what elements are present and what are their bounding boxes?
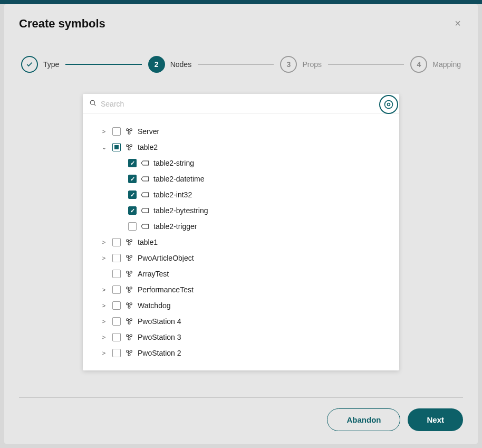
object-icon <box>125 238 133 246</box>
node-label: table2-bytestring <box>153 206 208 215</box>
tree-row[interactable]: >table2-trigger <box>89 218 393 234</box>
tag-icon <box>141 207 149 214</box>
svg-point-30 <box>128 274 130 277</box>
svg-line-50 <box>130 320 130 322</box>
checkbox[interactable] <box>128 222 137 231</box>
object-icon <box>125 254 133 262</box>
tree-row[interactable]: >Server <box>89 123 393 139</box>
svg-point-0 <box>90 100 94 104</box>
abandon-button[interactable]: Abandon <box>327 408 400 431</box>
tree-row[interactable]: >table2-datetime <box>89 171 393 187</box>
chevron-down-icon[interactable]: ⌄ <box>100 144 108 151</box>
svg-line-62 <box>130 352 130 354</box>
svg-point-24 <box>128 259 130 261</box>
node-label: Watchdog <box>138 301 171 310</box>
chevron-right-icon[interactable]: > <box>100 334 108 340</box>
svg-point-36 <box>128 290 130 292</box>
svg-line-13 <box>128 146 129 148</box>
step-nodes-circle: 2 <box>148 56 165 73</box>
checkbox[interactable] <box>112 333 121 341</box>
checkbox[interactable] <box>112 349 121 357</box>
checkbox[interactable] <box>112 143 121 151</box>
chevron-right-icon[interactable]: > <box>100 287 108 293</box>
step-mapping[interactable]: 4 Mapping <box>410 56 461 73</box>
search-input[interactable] <box>101 100 393 108</box>
step-type-circle <box>21 56 38 73</box>
settings-button[interactable] <box>379 95 398 114</box>
modal-footer: Abandon Next <box>19 397 463 431</box>
step-type[interactable]: Type <box>21 56 59 73</box>
step-nodes-label: Nodes <box>170 60 191 69</box>
checkbox[interactable] <box>128 159 137 167</box>
object-icon <box>125 301 133 310</box>
chevron-right-icon[interactable]: > <box>100 128 108 135</box>
tree-row[interactable]: ⌄table2 <box>89 139 393 155</box>
step-line-3 <box>328 64 404 65</box>
svg-line-56 <box>130 336 130 338</box>
tree-row[interactable]: >PwoArticleObject <box>89 250 393 266</box>
checkbox[interactable] <box>112 317 121 326</box>
tree-row[interactable]: >PwoStation 4 <box>89 313 393 329</box>
tree-row[interactable]: >table1 <box>89 234 393 250</box>
tree-row[interactable]: >PerformanceTest <box>89 282 393 298</box>
tree-row[interactable]: >PwoStation 3 <box>89 329 393 345</box>
next-button[interactable]: Next <box>408 408 463 431</box>
step-nodes[interactable]: 2 Nodes <box>148 56 191 73</box>
checkbox[interactable] <box>128 206 137 215</box>
chevron-right-icon[interactable]: > <box>100 239 108 245</box>
step-line-2 <box>198 64 274 65</box>
step-props[interactable]: 3 Props <box>280 56 322 73</box>
tree-row[interactable]: >table2-string <box>89 155 393 171</box>
node-label: table2-datetime <box>153 175 205 183</box>
svg-line-8 <box>130 130 130 132</box>
checkbox[interactable] <box>112 301 121 310</box>
checkbox[interactable] <box>128 190 137 199</box>
svg-point-12 <box>128 148 130 150</box>
svg-line-32 <box>130 273 130 274</box>
modal-title: Create symbols <box>19 17 105 31</box>
node-label: ArrayTest <box>138 270 169 278</box>
checkbox[interactable] <box>112 254 121 262</box>
node-label: PwoArticleObject <box>138 254 194 262</box>
node-label: PerformanceTest <box>138 285 194 294</box>
close-icon[interactable]: × <box>452 17 463 30</box>
svg-line-43 <box>128 304 129 306</box>
tree-row[interactable]: >table2-int32 <box>89 187 393 203</box>
svg-point-2 <box>388 103 390 106</box>
tree-row[interactable]: >ArrayTest <box>89 266 393 282</box>
check-icon <box>26 61 33 68</box>
tree-row[interactable]: >PwoStation 2 <box>89 345 393 361</box>
svg-line-38 <box>130 289 130 290</box>
tree-row[interactable]: >table2-bytestring <box>89 203 393 218</box>
chevron-right-icon[interactable]: > <box>100 255 108 261</box>
svg-line-19 <box>128 241 129 243</box>
node-label: table1 <box>138 238 158 246</box>
svg-line-44 <box>130 304 130 306</box>
step-mapping-label: Mapping <box>432 60 461 69</box>
chevron-right-icon[interactable]: > <box>100 318 108 325</box>
create-symbols-modal: Create symbols × Type 2 Nodes 3 Props 4 … <box>4 4 478 444</box>
node-label: table2 <box>138 143 158 151</box>
node-label: PwoStation 3 <box>138 333 181 341</box>
checkbox[interactable] <box>112 285 121 294</box>
step-line-1 <box>65 64 141 65</box>
modal-header: Create symbols × <box>19 17 463 31</box>
search-row <box>83 94 399 114</box>
checkbox[interactable] <box>112 238 121 246</box>
svg-line-26 <box>130 257 130 259</box>
node-tree-panel: >Server⌄table2>table2-string>table2-date… <box>83 94 399 370</box>
checkbox[interactable] <box>112 270 121 278</box>
svg-point-60 <box>128 354 130 356</box>
svg-line-14 <box>130 146 130 148</box>
chevron-right-icon[interactable]: > <box>100 350 108 356</box>
chevron-right-icon[interactable]: > <box>100 302 108 309</box>
svg-point-42 <box>128 306 130 308</box>
checkbox[interactable] <box>128 175 137 183</box>
svg-line-7 <box>128 130 129 132</box>
object-icon <box>125 270 133 278</box>
object-icon <box>125 143 133 151</box>
checkbox[interactable] <box>112 127 121 136</box>
step-type-label: Type <box>43 60 59 69</box>
tag-icon <box>141 223 149 230</box>
tree-row[interactable]: >Watchdog <box>89 298 393 313</box>
